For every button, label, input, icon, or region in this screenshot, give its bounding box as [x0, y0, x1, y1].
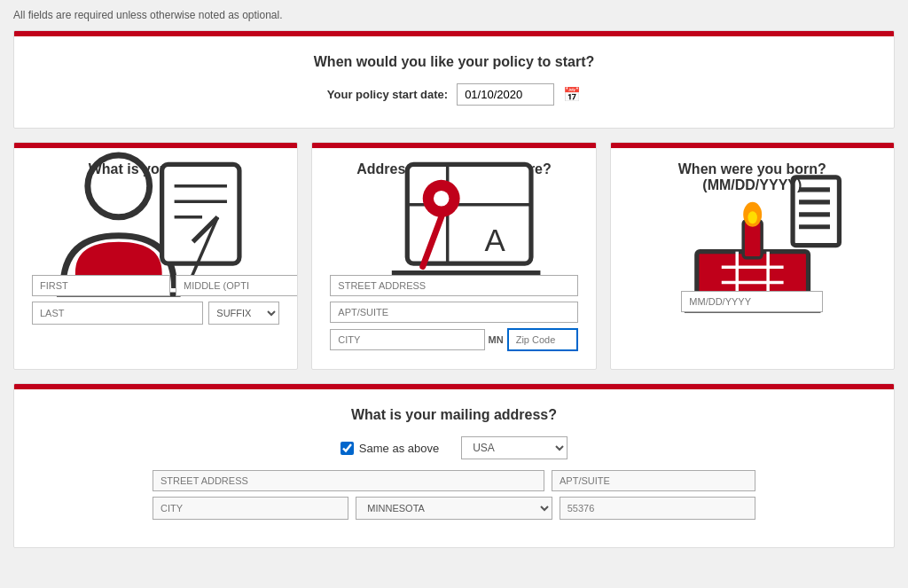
- svg-point-13: [434, 191, 449, 206]
- policy-date-label: Your policy start date:: [327, 88, 448, 101]
- name-first-row: [32, 275, 279, 296]
- svg-rect-1: [162, 164, 239, 263]
- mailing-city-row: MINNESOTA ALABAMA ALASKA: [153, 497, 755, 520]
- policy-date-input[interactable]: [457, 83, 554, 106]
- last-name-input[interactable]: [32, 302, 203, 325]
- street-address-input[interactable]: [330, 275, 577, 296]
- mailing-city-input[interactable]: [153, 497, 348, 520]
- mailing-street-input[interactable]: [153, 470, 544, 491]
- same-as-row: Same as above USA Canada: [36, 436, 872, 459]
- required-note: All fields are required unless otherwise…: [13, 9, 895, 21]
- first-name-input[interactable]: [32, 275, 170, 296]
- birthday-calendar-icon: [629, 142, 876, 350]
- address-icon-area: A: [330, 191, 577, 262]
- policy-card-title: When would you like your policy to start…: [36, 54, 872, 70]
- middle-name-input[interactable]: [176, 275, 298, 296]
- policy-start-card: When would you like your policy to start…: [13, 30, 895, 129]
- mailing-card-title: What is your mailing address?: [36, 407, 872, 423]
- address-city-row: MN: [330, 328, 577, 351]
- same-as-text: Same as above: [359, 442, 439, 455]
- svg-text:A: A: [485, 223, 506, 257]
- mailing-apt-input[interactable]: [552, 470, 755, 491]
- three-col-section: What is your name?: [13, 142, 895, 370]
- address-street-row: [330, 275, 577, 296]
- mailing-street-row: [153, 470, 755, 491]
- same-as-checkbox[interactable]: [340, 442, 354, 455]
- city-input[interactable]: [330, 329, 484, 350]
- mailing-address-card: What is your mailing address? Same as ab…: [13, 383, 895, 548]
- birthday-icon-area: [629, 207, 876, 278]
- zip-input[interactable]: [507, 328, 578, 351]
- address-card: Address you want to insure? A: [311, 142, 596, 370]
- apt-suite-input[interactable]: [330, 302, 577, 323]
- svg-point-0: [88, 155, 150, 217]
- svg-rect-8: [408, 164, 532, 263]
- mailing-state-select[interactable]: MINNESOTA ALABAMA ALASKA: [356, 497, 552, 520]
- address-apt-row: [330, 302, 577, 323]
- mailing-fields: MINNESOTA ALABAMA ALASKA: [153, 470, 755, 520]
- mailing-zip-input[interactable]: [560, 497, 755, 520]
- dob-input[interactable]: [681, 291, 823, 312]
- state-label: MN: [489, 334, 504, 345]
- svg-point-18: [748, 211, 756, 223]
- country-select[interactable]: USA Canada: [461, 436, 568, 459]
- name-last-row: SUFFIX Jr. Sr. II III: [32, 302, 279, 325]
- name-icon-area: [32, 191, 279, 262]
- same-as-label[interactable]: Same as above: [340, 442, 439, 455]
- calendar-icon[interactable]: 📅: [563, 86, 581, 103]
- suffix-select[interactable]: SUFFIX Jr. Sr. II III: [208, 302, 279, 325]
- birthday-card: When were you born? (MM/DD/YYYY): [610, 142, 895, 370]
- name-card: What is your name?: [13, 142, 298, 370]
